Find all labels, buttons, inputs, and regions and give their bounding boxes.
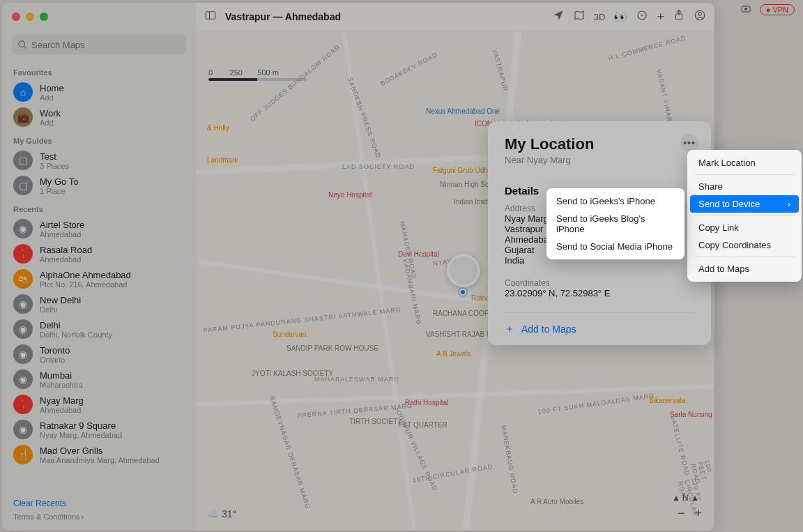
list-item[interactable]: ◉Ratnakar 9 SquareNyay Marg, Ahmedabad bbox=[2, 417, 196, 442]
vpn-pill[interactable]: ● VPN bbox=[760, 4, 795, 15]
road-label: SANDESH PRESS ROAD bbox=[346, 76, 382, 159]
submenu-item[interactable]: Send to iGeeks Blog's iPhone bbox=[546, 210, 685, 238]
chevron-right-icon: › bbox=[81, 512, 84, 521]
system-menubar: ● VPN bbox=[732, 0, 803, 20]
list-item[interactable]: 📍Rasala RoadAhmedabad bbox=[2, 241, 196, 266]
add-to-maps-button[interactable]: ＋Add to Maps bbox=[505, 312, 694, 345]
recents-label: Recents bbox=[2, 198, 196, 216]
sidebar-item-guide[interactable]: ▢My Go To1 Place bbox=[2, 173, 196, 198]
poi[interactable]: A B Jewels bbox=[436, 350, 471, 358]
page-title: Vastrapur — Ahmedabad bbox=[225, 11, 341, 22]
list-item[interactable]: 🛍AlphaOne AhmedabadPlot No. 216, Ahmedab… bbox=[2, 266, 196, 291]
list-item[interactable]: ◉MumbaiMaharashtra bbox=[2, 367, 196, 392]
svg-point-2 bbox=[19, 41, 25, 47]
pin-icon: ◉ bbox=[13, 344, 33, 364]
guide-icon: ▢ bbox=[13, 151, 33, 170]
road-label: MAHABALESWAR MARG bbox=[314, 376, 399, 383]
avatar[interactable] bbox=[447, 254, 480, 287]
share-icon[interactable] bbox=[673, 9, 685, 24]
zoom-icon[interactable] bbox=[40, 13, 48, 21]
poi[interactable]: Neyo Hospital bbox=[328, 191, 372, 199]
pin-icon: 📍 bbox=[13, 244, 33, 264]
chevron-right-icon: › bbox=[788, 199, 790, 209]
poi[interactable]: Nexus Ahmedabad One bbox=[426, 107, 500, 115]
guide-icon: ▢ bbox=[13, 176, 33, 195]
menu-mark-location[interactable]: Mark Location bbox=[687, 154, 802, 172]
poi[interactable]: & Holly bbox=[207, 124, 229, 132]
poi[interactable]: A R Auto Mobiles bbox=[530, 498, 583, 506]
poi[interactable]: Sundarvan bbox=[273, 330, 306, 338]
recents-list: ◉Airtel StoreAhmedabad 📍Rasala RoadAhmed… bbox=[2, 216, 196, 467]
submenu-item[interactable]: Send to Social Media iPhone bbox=[546, 238, 685, 255]
account-icon[interactable] bbox=[694, 9, 706, 24]
search-input[interactable]: Search Maps bbox=[12, 35, 186, 54]
traffic-lights bbox=[12, 13, 48, 21]
map-mode-icon[interactable] bbox=[573, 9, 586, 24]
poi[interactable]: Nirman High School bbox=[440, 181, 489, 188]
list-item[interactable]: ◉DelhiDelhi, Norfolk County bbox=[2, 317, 196, 342]
terms-link[interactable]: Terms & Conditions › bbox=[13, 512, 185, 521]
compass-icon[interactable]: ▲ N ▲ bbox=[672, 493, 699, 503]
work-icon: 💼 bbox=[13, 107, 33, 127]
poi: RACHANA COOPERATIVE HOUSING SOCIETY bbox=[433, 310, 496, 317]
list-item[interactable]: ◉Airtel StoreAhmedabad bbox=[2, 216, 196, 241]
search-placeholder: Search Maps bbox=[31, 40, 85, 50]
3d-button[interactable]: 3D bbox=[594, 12, 606, 22]
my-location-dot[interactable] bbox=[459, 289, 466, 296]
road-label: PARAM PUJYA PANDURANG SHASTRI AATHWALE M… bbox=[203, 306, 402, 334]
context-menu: Mark Location Share Send to Device› Copy… bbox=[687, 150, 802, 282]
minimize-icon[interactable] bbox=[26, 13, 34, 21]
sidebar: Search Maps Favourites ⌂HomeAdd 💼WorkAdd… bbox=[2, 3, 196, 531]
rotation-icon[interactable] bbox=[636, 9, 648, 24]
pin-icon: ◉ bbox=[13, 420, 33, 439]
svg-point-7 bbox=[641, 15, 643, 16]
zoom-controls: − + bbox=[678, 506, 702, 521]
pin-icon: ◉ bbox=[13, 294, 33, 314]
poi: SANDIP PARK ROW HOUSE bbox=[286, 344, 342, 352]
food-icon: 🍴 bbox=[13, 445, 33, 464]
menu-copy-link[interactable]: Copy Link bbox=[687, 219, 802, 236]
add-icon[interactable]: + bbox=[657, 10, 664, 24]
list-item[interactable]: 📍Nyay MargAhmedabad bbox=[2, 392, 196, 417]
plus-icon: ＋ bbox=[505, 323, 514, 335]
zoom-out-button[interactable]: − bbox=[678, 506, 685, 521]
close-icon[interactable] bbox=[12, 13, 20, 21]
menu-add-to-maps[interactable]: Add to Maps bbox=[687, 260, 802, 278]
list-item[interactable]: ◉TorontoOntario bbox=[2, 342, 196, 367]
zoom-in-button[interactable]: + bbox=[694, 506, 702, 521]
weather-badge[interactable]: ☁️31° bbox=[207, 508, 236, 519]
sidebar-item-work[interactable]: 💼WorkAdd bbox=[2, 105, 196, 130]
send-submenu: Send to iGeeks's iPhone Send to iGeeks B… bbox=[546, 188, 685, 259]
poi: VASHISHT RAJAB PARK SOCIETY bbox=[426, 330, 482, 338]
pin-icon: ◉ bbox=[13, 319, 33, 339]
poi: TIRTH SOCIETY bbox=[349, 418, 391, 425]
sidebar-item-guide[interactable]: ▢Test3 Places bbox=[2, 148, 196, 173]
map-toolbar: Vastrapur — Ahmedabad 3D 👀 + bbox=[196, 3, 714, 31]
poi: JYOTI KALASH SOCIETY bbox=[252, 370, 300, 377]
menu-send-to-device[interactable]: Send to Device› bbox=[690, 195, 799, 213]
road-label: OFF JUDGES BUNGALOW ROAD bbox=[249, 43, 341, 122]
list-item[interactable]: ◉New DelhiDelhi bbox=[2, 291, 196, 317]
clear-recents-button[interactable]: Clear Recents bbox=[13, 499, 185, 508]
screenrec-icon[interactable] bbox=[740, 3, 751, 17]
cloud-icon: ☁️ bbox=[207, 508, 219, 519]
coords-label: Coordinates bbox=[505, 278, 694, 288]
location-icon[interactable] bbox=[552, 9, 565, 24]
pin-icon: ◉ bbox=[13, 370, 33, 389]
menu-share[interactable]: Share bbox=[687, 178, 802, 195]
road-label: 100 FT SUKH MALGALDAS MARG bbox=[537, 392, 655, 415]
pin-icon: 📍 bbox=[13, 395, 33, 414]
search-icon bbox=[17, 40, 27, 50]
sidebar-item-home[interactable]: ⌂HomeAdd bbox=[2, 79, 196, 105]
list-item[interactable]: 🍴Mad Over GrillsMaa Anandmiya Marg, Ahme… bbox=[2, 442, 196, 467]
popover-title: My Location bbox=[505, 135, 694, 153]
menu-copy-coordinates[interactable]: Copy Coordinates bbox=[687, 236, 802, 254]
svg-point-1 bbox=[744, 8, 747, 10]
road-label: SATELLITE ROAD bbox=[669, 414, 691, 476]
sidebar-toggle-icon[interactable] bbox=[204, 9, 217, 24]
poi[interactable]: Landmark bbox=[207, 156, 238, 164]
submenu-item[interactable]: Send to iGeeks's iPhone bbox=[546, 192, 685, 210]
window-titlebar bbox=[2, 3, 196, 31]
binoculars-icon[interactable]: 👀 bbox=[613, 10, 627, 24]
popover-subtitle: Near Nyay Marg bbox=[505, 155, 694, 165]
